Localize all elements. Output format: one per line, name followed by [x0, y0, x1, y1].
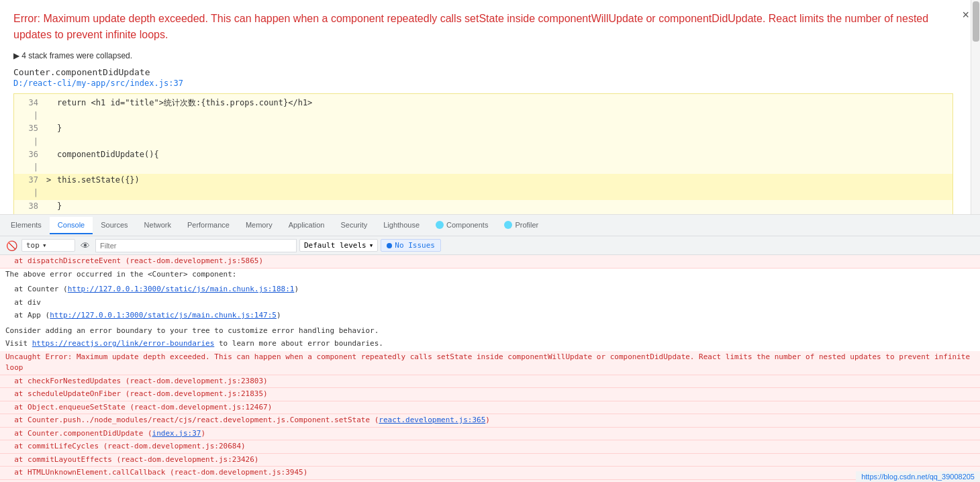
tab-memory[interactable]: Memory [238, 217, 281, 234]
no-issues-dot [387, 243, 392, 248]
error-panel: Error: Maximum update depth exceeded. Th… [0, 0, 980, 215]
code-line: 36 | componentDidUpdate(){ [14, 148, 952, 174]
close-button[interactable]: × [962, 8, 969, 22]
code-line: 35 | } [14, 122, 952, 148]
component-name: Counter.componentDidUpdate [13, 67, 953, 77]
console-line: at commitLayoutEffects (react-dom.develo… [0, 454, 980, 467]
no-issues-badge: No Issues [381, 239, 441, 252]
console-line: at App (http://127.0.0.1:3000/static/js/… [0, 309, 980, 323]
context-select[interactable]: top ▾ [21, 239, 75, 252]
tab-profiler[interactable]: Profiler [496, 217, 546, 234]
console-link[interactable]: http://127.0.0.1:3000/static/js/main.chu… [68, 285, 295, 293]
tab-elements[interactable]: Elements [3, 217, 50, 234]
console-line: Visit https://reactjs.org/link/error-bou… [0, 338, 980, 351]
console-line: at commitLifeCycles (react-dom.developme… [0, 440, 980, 454]
console-line: Consider adding an error boundary to you… [0, 325, 980, 338]
file-path[interactable]: D:/react-cli/my-app/src/index.js:37 [13, 79, 953, 88]
clear-console-button[interactable]: 🚫 [4, 238, 19, 253]
scrollbar[interactable] [971, 0, 980, 214]
console-line: The above error occurred in the <Counter… [0, 269, 980, 282]
devtools-tabs: Elements Console Sources Network Perform… [0, 215, 980, 236]
code-line: 38 | } [14, 200, 952, 215]
console-link[interactable]: react.development.js:365 [379, 416, 485, 424]
url-bar: https://blog.csdn.net/qq_39008205 [856, 471, 980, 482]
react-icon-components [436, 221, 444, 229]
console-line: at div [0, 297, 980, 310]
scrollbar-thumb[interactable] [973, 1, 979, 42]
error-title: Error: Maximum update depth exceeded. Th… [13, 11, 940, 43]
tab-application[interactable]: Application [281, 217, 333, 234]
console-link[interactable]: index.js:37 [152, 429, 201, 438]
tab-security[interactable]: Security [332, 217, 375, 234]
console-line: at Counter (http://127.0.0.1:3000/static… [0, 283, 980, 297]
console-line: at scheduleUpdateOnFiber (react-dom.deve… [0, 388, 980, 401]
default-levels-select[interactable]: Default levels ▾ [299, 239, 378, 252]
console-line: Uncaught Error: Maximum update depth exc… [0, 351, 980, 375]
eye-button[interactable]: 👁 [78, 238, 93, 253]
tab-lighthouse[interactable]: Lighthouse [375, 217, 428, 234]
stack-frames-collapsed[interactable]: ▶ 4 stack frames were collapsed. [13, 51, 953, 60]
console-toolbar: 🚫 top ▾ 👁 Default levels ▾ No Issues [0, 236, 980, 255]
tab-performance[interactable]: Performance [179, 217, 238, 234]
tab-console[interactable]: Console [50, 217, 93, 234]
console-link[interactable]: https://reactjs.org/link/error-boundarie… [32, 339, 215, 348]
react-icon-profiler [504, 221, 512, 229]
console-line: at Object.invokeGuardedCallbackDev (reac… [0, 480, 980, 483]
console-output[interactable]: at dispatchDiscreteEvent (react-dom.deve… [0, 255, 980, 482]
tab-components[interactable]: Components [428, 217, 496, 234]
filter-input[interactable] [95, 239, 297, 252]
console-line: at Counter.push../node_modules/react/cjs… [0, 414, 980, 428]
code-block: 34 | return <h1 id="title">统计次数:{this.pr… [13, 93, 953, 215]
tab-network[interactable]: Network [136, 217, 179, 234]
code-line: 34 | return <h1 id="title">统计次数:{this.pr… [14, 97, 952, 122]
console-line: at Object.enqueueSetState (react-dom.dev… [0, 401, 980, 415]
console-line: at dispatchDiscreteEvent (react-dom.deve… [0, 255, 980, 269]
tab-sources[interactable]: Sources [93, 217, 136, 234]
console-link[interactable]: http://127.0.0.1:3000/static/js/main.chu… [50, 311, 277, 320]
console-line: at HTMLUnknownElement.callCallback (reac… [0, 467, 980, 480]
console-line: at Counter.componentDidUpdate (index.js:… [0, 428, 980, 441]
console-line: at checkForNestedUpdates (react-dom.deve… [0, 375, 980, 389]
code-line: 37 |> this.setState({}) [14, 174, 952, 199]
